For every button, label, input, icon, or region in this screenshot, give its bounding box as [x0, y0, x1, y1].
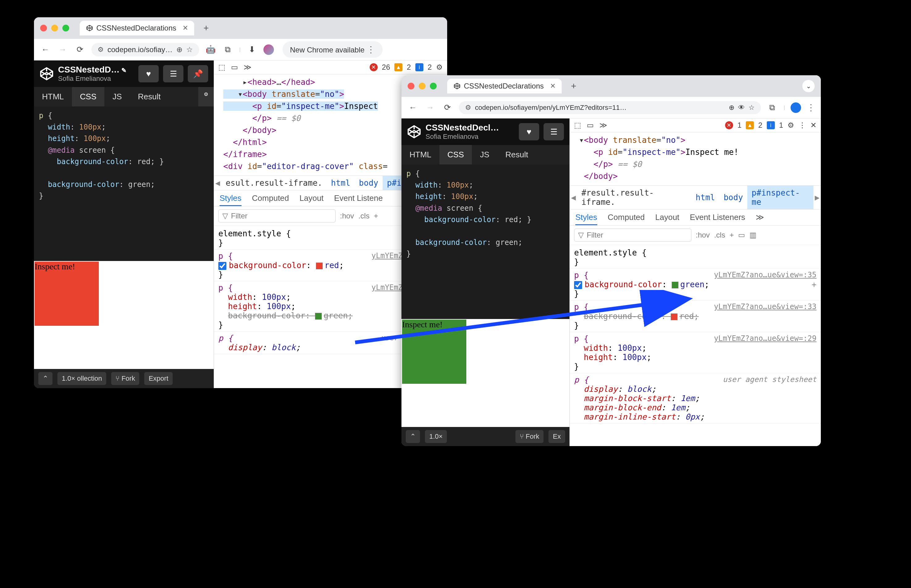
crumb-iframe[interactable]: #result.result-iframe.	[577, 186, 691, 209]
subtab-more-icon[interactable]: ≫	[756, 213, 764, 222]
forward-button[interactable]: →	[57, 44, 68, 55]
rule-bg-green[interactable]: yLmYEmZ?ano…ue&view=:35 p { background-c…	[570, 269, 821, 300]
prop-checkbox[interactable]	[574, 281, 582, 289]
browser-tab[interactable]: CSSNestedDeclarations ✕	[79, 21, 194, 36]
subtab-styles[interactable]: Styles	[220, 194, 242, 206]
address-bar[interactable]: ⚙ codepen.io/sofiay… ⊕ ☆	[91, 43, 199, 57]
reload-button[interactable]: ⟳	[442, 102, 453, 113]
css-editor[interactable]: p { width: 100px; height: 100px; @media …	[34, 107, 214, 261]
subtab-computed[interactable]: Computed	[608, 213, 645, 222]
traffic-minimize-icon[interactable]	[419, 83, 426, 89]
computed-toggle-icon[interactable]: ▥	[749, 231, 757, 239]
subtab-layout[interactable]: Layout	[655, 213, 679, 222]
fork-button[interactable]: ⑂ Fork	[111, 372, 139, 385]
export-button[interactable]: Ex	[548, 430, 565, 443]
incognito-icon[interactable]: 👁	[738, 103, 745, 111]
rule-source-link[interactable]: yLmYEmZ?ano…ue&view=:33	[714, 302, 817, 311]
color-swatch-icon[interactable]	[671, 313, 678, 320]
crumb-body[interactable]: body	[355, 176, 383, 190]
breadcrumb[interactable]: ◀ #result.result-iframe. html body p#ins…	[570, 186, 821, 210]
edit-title-icon[interactable]: ✎	[122, 67, 126, 74]
browser-tab[interactable]: CSSNestedDeclarations ✕	[447, 79, 562, 94]
devtools-settings-icon[interactable]: ⚙	[436, 63, 443, 71]
styles-pane[interactable]: element.style {} yLmYEmZ?ano…ue&view=:35…	[570, 245, 821, 446]
crumb-body[interactable]: body	[719, 191, 747, 205]
info-count-icon[interactable]: i	[415, 63, 423, 71]
assistant-icon[interactable]: 🤖	[205, 44, 217, 55]
filter-input[interactable]: ▽ Filter	[574, 229, 691, 242]
traffic-maximize-icon[interactable]	[62, 25, 69, 31]
crumb-html[interactable]: html	[691, 191, 720, 205]
settings-button[interactable]: ☰	[163, 65, 183, 82]
chrome-menu-icon[interactable]: ⋮	[366, 45, 375, 54]
rule-source-link[interactable]: yLmYEmZ?ano…ue&view=:35	[714, 271, 817, 279]
tab-close-icon[interactable]: ✕	[183, 24, 188, 32]
hov-toggle[interactable]: :hov	[340, 212, 354, 220]
back-button[interactable]: ←	[407, 102, 419, 113]
tab-list-button[interactable]: ⌄	[802, 80, 815, 92]
tab-css[interactable]: CSS	[439, 145, 472, 165]
extensions-icon[interactable]: ⧉	[767, 102, 778, 113]
error-count-icon[interactable]: ✕	[725, 121, 733, 129]
error-count-icon[interactable]: ✕	[370, 63, 378, 71]
subtab-listeners[interactable]: Event Listene	[334, 194, 383, 203]
forward-button[interactable]: →	[424, 102, 436, 113]
prop-checkbox[interactable]	[218, 262, 226, 270]
tab-html[interactable]: HTML	[402, 145, 439, 165]
extensions-icon[interactable]: ⧉	[222, 44, 234, 55]
traffic-minimize-icon[interactable]	[51, 25, 58, 31]
color-swatch-icon[interactable]	[316, 263, 323, 269]
tab-html[interactable]: HTML	[34, 87, 72, 107]
filter-input[interactable]: ▽ Filter	[218, 210, 336, 223]
info-count-icon[interactable]: i	[767, 121, 775, 129]
chrome-menu-icon[interactable]: ⋮	[807, 102, 815, 113]
love-button[interactable]: ♥	[138, 65, 159, 82]
zoom-icon[interactable]: ⊕	[729, 103, 734, 111]
traffic-close-icon[interactable]	[408, 83, 415, 89]
inspect-element-icon[interactable]: ⬚	[574, 121, 581, 129]
cls-toggle[interactable]: .cls	[714, 231, 725, 239]
zoom-label[interactable]: 1.0× ollection	[57, 372, 106, 385]
traffic-maximize-icon[interactable]	[430, 83, 437, 89]
pin-button[interactable]: 📌	[188, 65, 208, 82]
tab-js[interactable]: JS	[104, 87, 130, 107]
export-button[interactable]: Export	[144, 372, 173, 385]
rule-element-style[interactable]: element.style {}	[570, 246, 821, 269]
subtab-layout[interactable]: Layout	[300, 194, 324, 203]
subtab-styles[interactable]: Styles	[575, 213, 597, 225]
new-tab-button[interactable]: +	[204, 23, 209, 33]
traffic-close-icon[interactable]	[40, 25, 47, 31]
tab-js[interactable]: JS	[472, 145, 497, 165]
color-swatch-icon[interactable]	[672, 282, 678, 288]
warning-count-icon[interactable]: ▲	[394, 63, 402, 71]
add-prop-icon[interactable]: +	[812, 280, 817, 289]
subtab-computed[interactable]: Computed	[252, 194, 289, 203]
site-settings-icon[interactable]: ⚙	[97, 46, 104, 54]
crumb-iframe[interactable]: esult.result-iframe.	[221, 176, 327, 190]
address-bar[interactable]: ⚙ codepen.io/sofiayem/pen/yLmYEmZ?editor…	[459, 101, 761, 114]
reload-button[interactable]: ⟳	[74, 44, 86, 55]
back-button[interactable]: ←	[39, 44, 51, 55]
rule-p-dims[interactable]: yLmYEmZ?ano…ue&view=:29 p { width: 100px…	[570, 332, 821, 373]
love-button[interactable]: ♥	[519, 123, 539, 141]
expand-button[interactable]: ⌃	[406, 430, 420, 443]
tab-css[interactable]: CSS	[72, 87, 104, 107]
color-swatch-icon[interactable]	[315, 313, 322, 320]
device-mode-icon[interactable]: ▭	[587, 121, 594, 129]
crumb-html[interactable]: html	[327, 176, 355, 190]
devtools-settings-icon[interactable]: ⚙	[788, 121, 794, 129]
zoom-icon[interactable]: ⊕	[176, 45, 183, 54]
site-settings-icon[interactable]: ⚙	[465, 103, 471, 111]
tab-result[interactable]: Result	[498, 145, 537, 165]
inspect-element-icon[interactable]: ⬚	[218, 63, 225, 71]
profile-avatar-icon[interactable]	[263, 44, 274, 55]
device-mode-icon[interactable]: ▭	[231, 63, 238, 71]
expand-button[interactable]: ⌃	[38, 372, 52, 385]
crumb-element[interactable]: p#inspect-me	[747, 186, 814, 209]
css-editor[interactable]: p { width: 100px; height: 100px; @media …	[402, 165, 569, 319]
settings-button[interactable]: ☰	[543, 123, 564, 141]
zoom-label[interactable]: 1.0×	[425, 430, 447, 443]
subtab-listeners[interactable]: Event Listeners	[690, 213, 745, 222]
elements-tree[interactable]: ▾<body translate="no"> <p id="inspect-me…	[570, 132, 821, 186]
new-rule-icon[interactable]: +	[374, 212, 378, 220]
